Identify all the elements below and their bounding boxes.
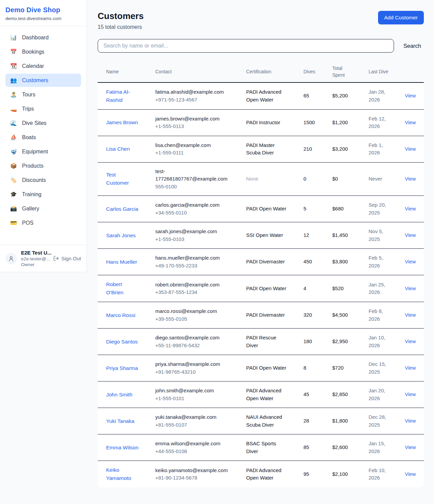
customer-certification: PADI Advanced Open Water: [246, 88, 288, 104]
view-customer-link[interactable]: View: [405, 418, 416, 424]
add-customer-button[interactable]: Add Customer: [378, 11, 424, 24]
customer-certification: None: [246, 175, 258, 183]
customer-certification: PADI Divemaster: [246, 311, 285, 319]
view-customer-link[interactable]: View: [405, 119, 416, 125]
customer-name-link[interactable]: Yuki Tanaka: [106, 417, 134, 425]
customer-last-dive: Nov 5, 2025: [369, 228, 389, 243]
customer-email: hans.mueller@example.com: [155, 254, 229, 262]
customer-total-spent: $520: [332, 285, 343, 291]
sidebar-item-boats[interactable]: ⛵ Boats: [5, 131, 81, 144]
customer-email: fatima.alrashid@example.com: [155, 88, 229, 96]
sidebar-item-label: Training: [22, 191, 41, 198]
customer-name-link[interactable]: Sarah Jones: [106, 231, 136, 240]
customer-email: priya.sharma@example.com: [155, 360, 229, 368]
customer-name-link[interactable]: Carlos Garcia: [106, 205, 138, 213]
customer-name-link[interactable]: James Brown: [106, 118, 138, 127]
customer-phone: +1-555-0103: [155, 236, 242, 243]
search-button[interactable]: Search: [403, 43, 421, 49]
customer-name-link[interactable]: John Smith: [106, 391, 133, 399]
search-input[interactable]: [98, 39, 394, 53]
view-customer-link[interactable]: View: [405, 93, 416, 98]
sidebar-item-customers[interactable]: 👥 Customers: [5, 74, 81, 87]
view-customer-link[interactable]: View: [405, 206, 416, 211]
sidebar-item-tours[interactable]: 🏝️ Tours: [5, 88, 81, 101]
customer-total-spent: $2,950: [332, 338, 348, 344]
column-header-total-spent: Total Spent: [332, 61, 369, 82]
view-customer-link[interactable]: View: [405, 471, 416, 477]
customer-total-spent: $1,450: [332, 232, 348, 238]
customer-phone: +353-87-555-1234: [155, 288, 242, 296]
view-customer-link[interactable]: View: [405, 365, 416, 371]
customer-certification: PADI Open Water: [246, 205, 286, 213]
sidebar-item-products[interactable]: 📦 Products: [5, 159, 81, 172]
customers-icon: 👥: [10, 77, 17, 83]
search-bar: Search: [98, 39, 424, 53]
table-row: James Brown james.brown@example.com +1-5…: [98, 110, 424, 136]
view-customer-link[interactable]: View: [405, 391, 416, 397]
view-customer-link[interactable]: View: [405, 146, 416, 152]
sidebar-item-gallery[interactable]: 📸 Gallery: [5, 202, 81, 215]
sidebar-item-calendar[interactable]: 📆 Calendar: [5, 59, 81, 73]
table-row: Robert O'Brien robert.obrien@example.com…: [98, 275, 424, 302]
boats-icon: ⛵: [10, 134, 17, 141]
view-customer-link[interactable]: View: [405, 259, 416, 264]
sidebar-item-dashboard[interactable]: 📊 Dashboard: [5, 31, 81, 44]
sidebar-item-label: Equipment: [22, 149, 48, 155]
customer-name-link[interactable]: Diego Santos: [106, 338, 138, 346]
column-header-last-dive: Last Dive: [369, 65, 405, 78]
sidebar-item-trips[interactable]: 🚤 Trips: [5, 102, 81, 115]
customer-certification: PADI Master Scuba Diver: [246, 142, 288, 157]
view-customer-link[interactable]: View: [405, 176, 416, 182]
sidebar-item-bookings[interactable]: 📅 Bookings: [5, 45, 81, 58]
sidebar-item-pos[interactable]: 💳 POS: [5, 216, 81, 229]
table-row: Marco Rossi marco.rossi@example.com +39-…: [98, 302, 424, 329]
sign-out-icon: [53, 256, 59, 261]
customer-name-link[interactable]: Emma Wilson: [106, 444, 139, 452]
customers-table: NameContactCertificationDivesTotal Spent…: [98, 61, 424, 487]
customer-email: keiko.yamamoto@example.com: [155, 467, 229, 474]
customer-name-link[interactable]: Priya Sharma: [106, 364, 138, 372]
customer-phone: +1-555-0101: [155, 395, 242, 403]
brand-name[interactable]: Demo Dive Shop: [5, 6, 81, 14]
customer-name-link[interactable]: Hans Mueller: [106, 258, 137, 266]
sidebar-item-training[interactable]: 🎓 Training: [5, 188, 81, 201]
sidebar-item-label: Trips: [22, 106, 34, 112]
customer-name-link[interactable]: Marco Rossi: [106, 311, 135, 319]
customer-certification: PADI Instructor: [246, 119, 280, 127]
customer-certification: PADI Advanced Open Water: [246, 387, 288, 402]
customer-name-link[interactable]: Test Customer: [106, 171, 139, 187]
customer-name-link[interactable]: Keiko Yamamoto: [106, 466, 139, 482]
customer-phone: +971-55-123-4567: [155, 96, 242, 104]
sidebar-item-dive-sites[interactable]: 🌊 Dive Sites: [5, 116, 81, 130]
customer-email: james.brown@example.com: [155, 115, 229, 123]
customer-name-link[interactable]: Fatima Al-Rashid: [106, 88, 139, 104]
table-row: Carlos Garcia carlos.garcia@example.com …: [98, 196, 424, 222]
customer-total-spent: $2,850: [332, 391, 348, 397]
customer-name-link[interactable]: Robert O'Brien: [106, 280, 139, 297]
sidebar-item-equipment[interactable]: 🤿 Equipment: [5, 145, 81, 158]
sidebar-item-label: Customers: [22, 77, 48, 83]
user-role: Owner: [21, 262, 49, 267]
user-email: e2e-tester@...: [21, 256, 49, 261]
customer-phone: +34-555-0110: [155, 209, 242, 217]
customer-total-spent: $2,600: [332, 444, 348, 450]
table-row: Diego Santos diego.santos@example.com +5…: [98, 329, 424, 355]
brand-domain: demo.test.divestreams.com: [5, 16, 81, 21]
view-customer-link[interactable]: View: [405, 338, 416, 344]
sidebar-item-discounts[interactable]: 🏷️ Discounts: [5, 173, 81, 187]
column-header-contact: Contact: [155, 65, 246, 78]
customer-phone: +81-90-1234-5678: [155, 474, 242, 482]
customer-name-link[interactable]: Lisa Chen: [106, 145, 130, 153]
customer-phone: 555-0100: [155, 183, 242, 191]
view-customer-link[interactable]: View: [405, 444, 416, 450]
view-customer-link[interactable]: View: [405, 232, 416, 238]
customer-last-dive: Jan 15, 2026: [369, 440, 389, 455]
customer-certification: PADI Open Water: [246, 285, 286, 293]
column-header-dives: Dives: [303, 65, 332, 78]
sign-out-button[interactable]: Sign Out: [53, 256, 81, 261]
customer-dives: 65: [303, 93, 309, 98]
customer-email: carlos.garcia@example.com: [155, 201, 229, 209]
view-customer-link[interactable]: View: [405, 285, 416, 291]
view-customer-link[interactable]: View: [405, 312, 416, 318]
customer-phone: +39-555-0105: [155, 315, 242, 323]
